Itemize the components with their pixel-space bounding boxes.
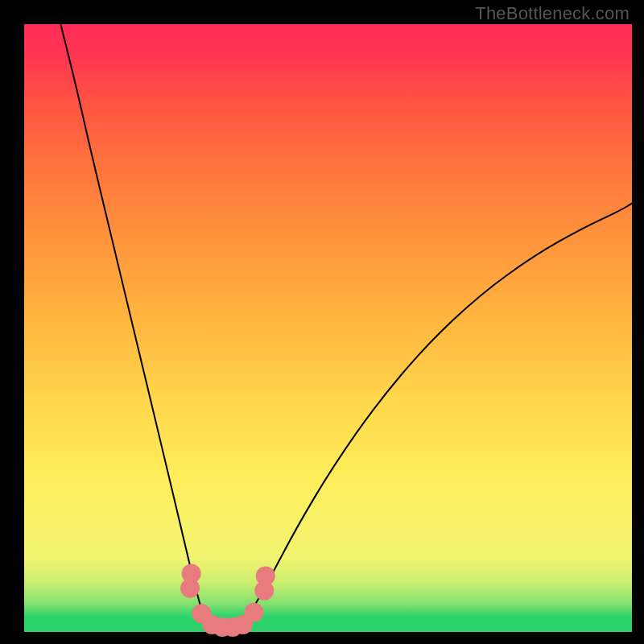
chart-frame: TheBottleneck.com bbox=[0, 0, 644, 644]
watermark-text: TheBottleneck.com bbox=[475, 3, 630, 24]
curve-marker-dot bbox=[256, 567, 275, 586]
curve-marker-dot bbox=[180, 579, 200, 598]
curve-group bbox=[60, 24, 632, 630]
bottleneck-curve bbox=[60, 24, 632, 630]
curve-markers bbox=[180, 564, 275, 637]
curve-marker-dot bbox=[244, 603, 263, 622]
chart-overlay bbox=[24, 24, 632, 632]
